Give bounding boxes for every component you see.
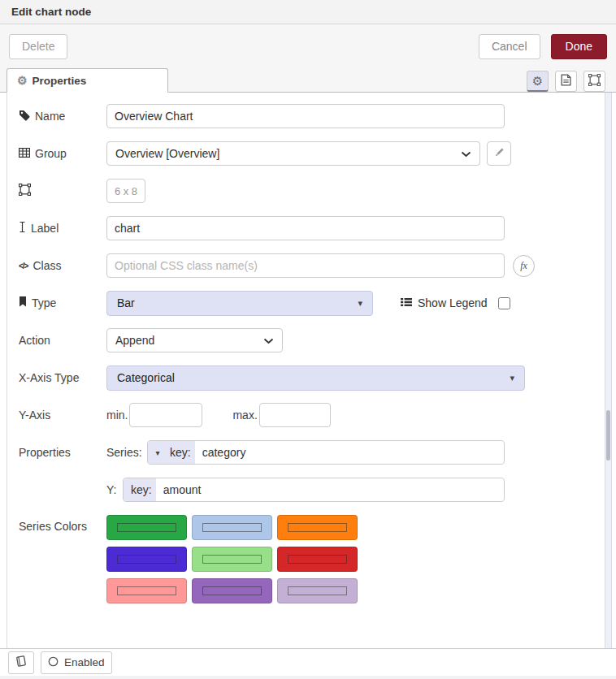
type-select[interactable]: Bar ▾ <box>106 291 373 316</box>
book-icon <box>15 655 27 669</box>
bookmark-icon <box>19 296 27 309</box>
label-label: Label <box>19 221 106 236</box>
series-color-swatch[interactable] <box>192 547 272 572</box>
class-label: </> Class <box>19 259 106 272</box>
row-action: Action Append <box>19 328 616 352</box>
type-label: Type <box>19 296 106 309</box>
row-series: Properties Series: ▾ key: <box>19 440 616 465</box>
dialog-title: Edit chart node <box>11 6 91 18</box>
row-yaxis: Y-Axis min. max. <box>19 403 616 427</box>
code-icon: </> <box>19 262 28 270</box>
series-color-swatch[interactable] <box>277 515 358 540</box>
action-select[interactable]: Append <box>106 328 283 352</box>
yaxis-max-field[interactable] <box>259 403 331 427</box>
tab-bar: ⚙ Properties ⚙ <box>0 68 616 93</box>
pencil-icon <box>493 147 505 161</box>
yaxis-min-field[interactable] <box>129 403 202 427</box>
dialog-toolbar: Delete Cancel Done <box>0 24 616 68</box>
y-key-prefix: key: <box>124 478 156 501</box>
row-label: Label <box>19 216 616 240</box>
class-field[interactable] <box>106 253 505 278</box>
row-class: </> Class fx <box>19 253 616 278</box>
series-colors-grid <box>106 515 358 603</box>
status-circle-icon <box>48 656 59 669</box>
tab-properties-label: Properties <box>33 75 87 87</box>
series-color-swatch[interactable] <box>106 578 187 603</box>
xaxis-label: X-Axis Type <box>19 371 106 384</box>
row-group: Group Overview [Overview] <box>19 141 616 166</box>
series-typed-input: ▾ key: <box>147 440 505 465</box>
tab-icon-buttons: ⚙ <box>527 71 605 92</box>
series-type-dropdown-button[interactable]: ▾ <box>148 441 167 464</box>
table-icon <box>19 147 30 160</box>
group-label: Group <box>19 147 106 160</box>
name-label: Name <box>19 110 106 123</box>
group-edit-button[interactable] <box>487 141 511 166</box>
enabled-label: Enabled <box>64 656 105 668</box>
group-select[interactable]: Overview [Overview] <box>106 141 480 166</box>
y-key-field[interactable] <box>156 478 504 501</box>
scrollbar[interactable] <box>605 93 612 648</box>
series-key-field[interactable] <box>195 441 504 464</box>
yaxis-label: Y-Axis <box>19 409 106 422</box>
size-frame-icon <box>19 184 31 198</box>
list-icon <box>401 296 412 309</box>
cancel-button[interactable]: Cancel <box>479 34 540 59</box>
size-label <box>19 184 106 198</box>
caret-down-icon: ▾ <box>510 373 514 383</box>
fx-button[interactable]: fx <box>513 255 535 277</box>
caret-down-icon: ▾ <box>358 298 362 309</box>
gear-icon: ⚙ <box>532 75 543 87</box>
tab-properties[interactable]: ⚙ Properties <box>7 68 168 93</box>
show-legend-checkbox[interactable] <box>498 297 510 309</box>
xaxis-type-select[interactable]: Categorical ▾ <box>106 365 525 391</box>
row-size: 6 x 8 <box>19 179 616 203</box>
done-button[interactable]: Done <box>551 34 607 59</box>
tab-button-properties[interactable]: ⚙ <box>527 71 549 92</box>
row-y-key: Y: key: <box>19 478 616 502</box>
series-color-swatch[interactable] <box>277 547 358 572</box>
text-cursor-icon <box>19 221 26 236</box>
dialog-footer: Enabled <box>0 648 616 676</box>
row-type: Type Bar ▾ Show Legend <box>19 291 616 315</box>
properties-row-label: Properties <box>19 446 106 459</box>
action-label: Action <box>19 334 106 347</box>
series-colors-label: Series Colors <box>19 520 106 533</box>
tag-icon <box>19 110 30 123</box>
series-color-swatch[interactable] <box>192 578 272 603</box>
series-color-swatch[interactable] <box>192 515 272 540</box>
show-legend-label: Show Legend <box>418 296 488 309</box>
node-info-button[interactable] <box>8 651 34 674</box>
document-icon <box>561 74 571 89</box>
series-key-prefix: key: <box>167 441 195 464</box>
row-name: Name <box>19 104 616 128</box>
appearance-frame-icon <box>588 74 601 89</box>
enabled-toggle[interactable]: Enabled <box>41 651 112 674</box>
row-xaxis: X-Axis Type Categorical ▾ <box>19 365 616 390</box>
chevron-down-icon <box>263 334 274 347</box>
show-legend-group: Show Legend <box>401 296 510 309</box>
yaxis-min-label: min. <box>106 409 128 422</box>
delete-button[interactable]: Delete <box>9 34 67 59</box>
dialog-header: Edit chart node <box>0 0 616 24</box>
series-color-swatch[interactable] <box>106 547 187 572</box>
chevron-down-icon <box>461 147 471 160</box>
label-field[interactable] <box>106 216 505 240</box>
tab-button-description[interactable] <box>555 71 577 92</box>
yaxis-max-label: max. <box>232 409 257 422</box>
tab-button-appearance[interactable] <box>583 71 605 92</box>
series-color-swatch[interactable] <box>277 578 358 603</box>
y-typed-input: key: <box>123 478 505 502</box>
series-color-swatch[interactable] <box>106 515 187 540</box>
series-label: Series: <box>106 446 147 459</box>
row-series-colors: Series Colors <box>19 515 616 603</box>
properties-form: Name Group Overview [Overview] <box>7 93 616 648</box>
edit-chart-node-dialog: Edit chart node Delete Cancel Done ⚙ Pro… <box>0 0 616 676</box>
name-field[interactable] <box>106 104 505 128</box>
gear-icon: ⚙ <box>17 75 28 86</box>
y-label: Y: <box>106 483 123 496</box>
size-button[interactable]: 6 x 8 <box>106 179 145 203</box>
scrollbar-thumb[interactable] <box>606 410 610 461</box>
